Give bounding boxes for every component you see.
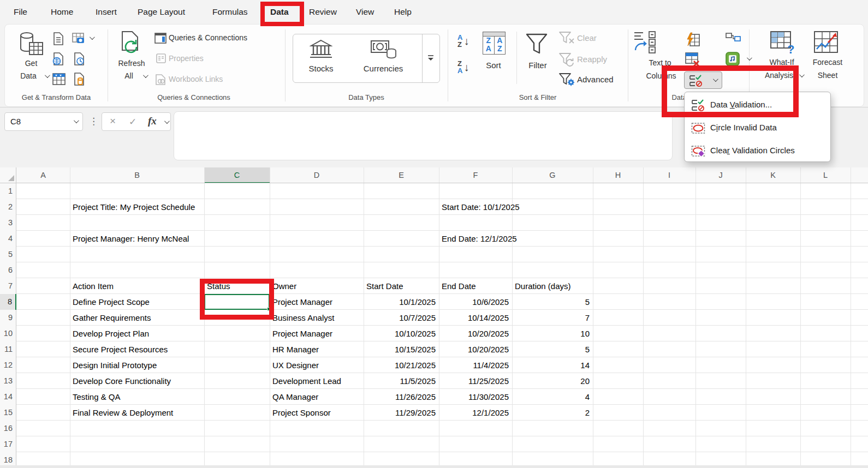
stocks-label[interactable]: Stocks bbox=[308, 64, 333, 73]
cell-F12[interactable]: 11/4/2025 bbox=[439, 357, 509, 373]
from-table-range-icon[interactable] bbox=[52, 73, 66, 86]
cell-G9[interactable]: 7 bbox=[512, 310, 590, 326]
cell-G7[interactable]: Duration (days) bbox=[515, 278, 571, 294]
cell-F10[interactable]: 10/20/2025 bbox=[439, 326, 509, 341]
column-header-K[interactable]: K bbox=[746, 167, 800, 183]
get-data-icon[interactable] bbox=[19, 31, 44, 57]
cell-E7[interactable]: Start Date bbox=[366, 278, 403, 294]
row-header-7[interactable]: 7 bbox=[0, 278, 16, 294]
cell-G14[interactable]: 4 bbox=[512, 389, 590, 405]
formula-input[interactable] bbox=[174, 111, 673, 160]
row-header-9[interactable]: 9 bbox=[0, 310, 16, 326]
column-header-H[interactable]: H bbox=[593, 167, 643, 183]
queries-connections-label[interactable]: Queries & Connections bbox=[169, 33, 247, 42]
cell-F9[interactable]: 10/14/2025 bbox=[439, 310, 509, 326]
filter-label[interactable]: Filter bbox=[528, 61, 546, 70]
column-header-C[interactable]: C bbox=[204, 167, 270, 183]
column-header-L[interactable]: L bbox=[800, 167, 851, 183]
cell-B8[interactable]: Define Project Scope bbox=[73, 294, 150, 310]
column-header-G[interactable]: G bbox=[512, 167, 593, 183]
cell-B9[interactable]: Gather Requirements bbox=[73, 310, 151, 326]
cell-G15[interactable]: 2 bbox=[512, 405, 590, 421]
cell-G11[interactable]: 5 bbox=[512, 341, 590, 357]
cell-B11[interactable]: Secure Project Resources bbox=[73, 341, 168, 357]
refresh-all-icon[interactable] bbox=[120, 31, 143, 57]
row-header-10[interactable]: 10 bbox=[0, 326, 16, 341]
cell-F13[interactable]: 11/25/2025 bbox=[439, 373, 509, 389]
cell-E9[interactable]: 10/7/2025 bbox=[364, 310, 436, 326]
select-all-corner[interactable] bbox=[0, 167, 16, 183]
cell-E11[interactable]: 10/15/2025 bbox=[364, 341, 436, 357]
cancel-button[interactable]: × bbox=[110, 115, 116, 127]
forecast-sheet-label-2[interactable]: Sheet bbox=[818, 71, 838, 80]
sort-descending-icon[interactable]: ZA ↓ bbox=[457, 60, 469, 74]
cell-E12[interactable]: 10/21/2025 bbox=[364, 357, 436, 373]
forecast-sheet-icon[interactable] bbox=[813, 31, 840, 55]
row-header-5[interactable]: 5 bbox=[0, 247, 16, 262]
cell-G12[interactable]: 14 bbox=[512, 357, 590, 373]
cell-G13[interactable]: 20 bbox=[512, 373, 590, 389]
row-header-14[interactable]: 14 bbox=[0, 389, 16, 405]
sort-ascending-icon[interactable]: AZ ↓ bbox=[457, 34, 469, 48]
cell-B12[interactable]: Design Initial Prototype bbox=[73, 357, 157, 373]
queries-connections-icon[interactable] bbox=[154, 33, 167, 44]
cell-D14[interactable]: QA Manager bbox=[272, 389, 318, 405]
text-to-columns-icon[interactable] bbox=[633, 31, 656, 55]
row-header-6[interactable]: 6 bbox=[0, 262, 16, 278]
from-text-file-icon[interactable] bbox=[52, 32, 64, 45]
column-header-D[interactable]: D bbox=[270, 167, 364, 183]
tab-page-layout[interactable]: Page Layout bbox=[138, 7, 185, 17]
cell-D9[interactable]: Business Analyst bbox=[272, 310, 334, 326]
from-web-icon[interactable] bbox=[52, 52, 66, 65]
flash-fill-icon[interactable] bbox=[686, 32, 700, 47]
menu-item-clear-validation-circles[interactable]: Clear Validation Circles bbox=[685, 140, 830, 163]
tab-insert[interactable]: Insert bbox=[96, 7, 117, 17]
cell-E14[interactable]: 11/26/2025 bbox=[364, 389, 436, 405]
cell-E15[interactable]: 11/29/2025 bbox=[364, 405, 436, 421]
cell-G10[interactable]: 10 bbox=[512, 326, 590, 341]
cell-F14[interactable]: 11/30/2025 bbox=[439, 389, 509, 405]
consolidate-icon[interactable] bbox=[725, 32, 741, 46]
advanced-filter-icon[interactable] bbox=[558, 73, 576, 87]
get-data-label-2[interactable]: Data bbox=[20, 71, 37, 80]
cell-D15[interactable]: Project Sponsor bbox=[272, 405, 331, 421]
column-header-A[interactable]: A bbox=[16, 167, 70, 183]
column-header-F[interactable]: F bbox=[439, 167, 512, 183]
cell-D12[interactable]: UX Designer bbox=[272, 357, 319, 373]
stocks-icon[interactable] bbox=[310, 39, 332, 60]
refresh-all-label-2[interactable]: All bbox=[124, 71, 133, 80]
row-header-2[interactable]: 2 bbox=[0, 199, 16, 215]
insert-function-button[interactable]: fx bbox=[148, 115, 157, 127]
tab-file[interactable]: File bbox=[14, 7, 27, 17]
cell-F2[interactable]: Start Date: 10/1/2025 bbox=[442, 199, 520, 215]
cell-F15[interactable]: 12/1/2025 bbox=[439, 405, 509, 421]
column-header-J[interactable]: J bbox=[695, 167, 746, 183]
cell-F11[interactable]: 10/20/2025 bbox=[439, 341, 509, 357]
tab-review[interactable]: Review bbox=[309, 7, 337, 17]
row-header-3[interactable]: 3 bbox=[0, 215, 16, 231]
gallery-more-icon[interactable] bbox=[427, 55, 435, 62]
tab-formulas[interactable]: Formulas bbox=[212, 7, 248, 17]
get-data-label-1[interactable]: Get bbox=[25, 59, 38, 68]
cell-D13[interactable]: Development Lead bbox=[272, 373, 341, 389]
cell-F4[interactable]: End Date: 12/1/2025 bbox=[442, 231, 517, 247]
from-picture-icon[interactable] bbox=[72, 32, 85, 45]
row-header-8[interactable]: 8 bbox=[0, 294, 16, 310]
sort-icon[interactable]: ZA AZ bbox=[483, 32, 506, 55]
name-box[interactable]: C8 bbox=[4, 112, 83, 131]
currencies-icon[interactable] bbox=[370, 39, 397, 60]
row-header-16[interactable]: 16 bbox=[0, 421, 16, 436]
cell-B13[interactable]: Develop Core Functionality bbox=[73, 373, 171, 389]
cell-D7[interactable]: Owner bbox=[272, 278, 296, 294]
sort-label[interactable]: Sort bbox=[486, 61, 501, 70]
column-header-I[interactable]: I bbox=[643, 167, 695, 183]
row-header-12[interactable]: 12 bbox=[0, 357, 16, 373]
column-header-B[interactable]: B bbox=[70, 167, 204, 183]
enter-button[interactable]: ✓ bbox=[129, 116, 136, 128]
cell-B14[interactable]: Testing & QA bbox=[73, 389, 121, 405]
data-model-icon[interactable] bbox=[725, 51, 741, 67]
row-header-13[interactable]: 13 bbox=[0, 373, 16, 389]
what-if-analysis-icon[interactable]: ? bbox=[770, 31, 795, 55]
row-header-17[interactable]: 17 bbox=[0, 436, 16, 452]
tab-help[interactable]: Help bbox=[394, 7, 412, 17]
